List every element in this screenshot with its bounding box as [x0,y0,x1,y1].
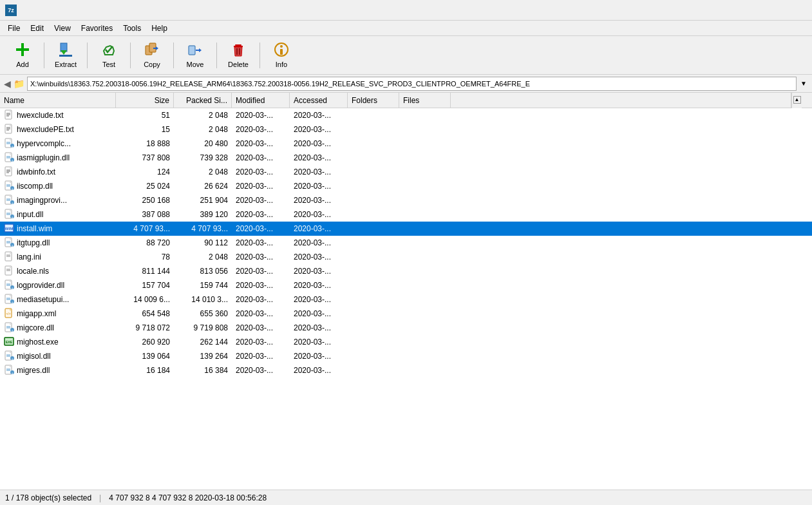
menu-item-view[interactable]: View [49,23,76,34]
file-size-cell: 250 168 [116,193,174,207]
file-folders-cell [348,349,399,363]
file-row[interactable]: idwbinfo.txt1242 0482020-03-...2020-03-.… [0,165,812,179]
file-row[interactable]: d iiscomp.dll25 02426 6242020-03-...2020… [0,179,812,193]
add-btn-label: Add [16,61,29,68]
maximize-button[interactable] [770,3,788,17]
file-size-cell: 14 009 6... [116,292,174,307]
svg-text:d: d [12,145,13,148]
file-size-cell: 124 [116,165,174,179]
file-accessed-cell: 2020-03-... [290,292,348,307]
col-header-modified[interactable]: Modified [232,93,290,108]
toolbar-btn-test[interactable]: Test [91,39,126,72]
menu-item-file[interactable]: File [3,23,25,34]
file-row[interactable]: WIM install.wim4 707 93...4 707 93...202… [0,222,812,236]
file-accessed-cell: 2020-03-... [290,165,348,179]
file-list-container: Name Size Packed Si... Modified Accessed… [0,93,812,490]
file-name-label: migres.dll [17,366,50,375]
file-icon: d [4,195,14,207]
file-name-cell: d mediasetupui... [0,292,116,307]
address-bar: ◀ 📁 ▼ [0,75,812,93]
file-packed-cell: 2 048 [174,250,232,264]
file-folders-cell [348,250,399,264]
file-row[interactable]: d itgtupg.dll88 72090 1122020-03-...2020… [0,236,812,250]
file-name-label: itgtupg.dll [17,238,50,247]
file-rest-cell [451,193,802,207]
extract-btn-label: Extract [55,61,77,68]
col-header-accessed[interactable]: Accessed [290,93,348,108]
minimize-button[interactable] [750,3,768,17]
file-row[interactable]: d mediasetupui...14 009 6...14 010 3...2… [0,292,812,307]
toolbar-btn-extract[interactable]: Extract [48,39,83,72]
file-packed-cell: 655 360 [174,307,232,321]
address-dropdown-icon[interactable]: ▼ [799,79,808,88]
file-icon: d [4,322,14,334]
file-accessed-cell: 2020-03-... [290,363,348,377]
file-row[interactable]: lang.ini782 0482020-03-...2020-03-... [0,250,812,264]
file-row[interactable]: d iasmigplugin.dll737 808739 3282020-03-… [0,151,812,165]
toolbar-btn-add[interactable]: Add [5,39,40,72]
toolbar-btn-info[interactable]: Info [264,39,299,72]
svg-rect-1 [16,48,29,51]
address-input[interactable] [27,77,797,91]
file-row[interactable]: d logprovider.dll157 704159 7442020-03-.… [0,278,812,292]
file-row[interactable]: d migcore.dll9 718 0729 719 8082020-03-.… [0,321,812,335]
file-packed-cell: 90 112 [174,236,232,250]
file-accessed-cell: 2020-03-... [290,122,348,137]
file-size-cell: 15 [116,122,174,137]
file-files-cell [399,222,451,236]
file-name-cell: WIM install.wim [0,222,116,236]
toolbar-separator-0 [44,43,44,68]
scroll-up-button[interactable]: ▲ [793,96,801,104]
file-name-cell: </> migapp.xml [0,307,116,321]
svg-rect-12 [235,44,241,46]
file-icon: WIM [4,223,14,235]
file-row[interactable]: d hypervcomplc...18 88820 4802020-03-...… [0,137,812,151]
file-folders-cell [348,264,399,278]
file-icon: d [4,294,14,306]
file-packed-cell: 389 120 [174,207,232,222]
file-row[interactable]: hwexclude.txt512 0482020-03-...2020-03-.… [0,108,812,122]
col-header-packed[interactable]: Packed Si... [174,93,232,108]
test-btn-label: Test [102,61,115,68]
file-folders-cell [348,321,399,335]
file-row[interactable]: EXE mighost.exe260 920262 1442020-03-...… [0,335,812,349]
move-btn-label: Move [187,61,204,68]
file-accessed-cell: 2020-03-... [290,307,348,321]
file-modified-cell: 2020-03-... [232,321,290,335]
svg-text:d: d [12,244,13,247]
file-name-cell: d logprovider.dll [0,278,116,292]
svg-text:d: d [12,187,13,191]
file-row[interactable]: d migres.dll16 18416 3842020-03-...2020-… [0,363,812,377]
toolbar-btn-delete[interactable]: Delete [221,39,256,72]
file-icon: d [4,152,14,164]
toolbar-btn-copy[interactable]: Copy [135,39,169,72]
file-row[interactable]: hwexcludePE.txt152 0482020-03-...2020-03… [0,122,812,137]
file-files-cell [399,335,451,349]
file-modified-cell: 2020-03-... [232,207,290,222]
copy-icon [144,42,160,59]
col-header-size[interactable]: Size [116,93,174,108]
file-modified-cell: 2020-03-... [232,335,290,349]
file-name-label: idwbinfo.txt [17,167,55,176]
file-row[interactable]: d input.dll387 088389 1202020-03-...2020… [0,207,812,222]
file-name-label: iasmigplugin.dll [17,153,70,162]
file-row[interactable]: </> migapp.xml654 548655 3602020-03-...2… [0,307,812,321]
file-row[interactable]: d imagingprovi...250 168251 9042020-03-.… [0,193,812,207]
col-header-files[interactable]: Files [399,93,451,108]
col-header-name[interactable]: Name [0,93,116,108]
close-button[interactable] [789,3,807,17]
file-rest-cell [451,363,802,377]
file-size-cell: 16 184 [116,363,174,377]
menu-item-edit[interactable]: Edit [25,23,49,34]
file-rows[interactable]: hwexclude.txt512 0482020-03-...2020-03-.… [0,108,812,490]
file-row[interactable]: locale.nls811 144813 0562020-03-...2020-… [0,264,812,278]
toolbar-btn-move[interactable]: Move [178,39,212,72]
menu-item-tools[interactable]: Tools [118,23,146,34]
menu-item-favorites[interactable]: Favorites [76,23,118,34]
file-row[interactable]: d migisol.dll139 064139 2642020-03-...20… [0,349,812,363]
svg-text:d: d [12,329,13,332]
menu-item-help[interactable]: Help [146,23,173,34]
file-packed-cell: 2 048 [174,108,232,122]
file-size-cell: 654 548 [116,307,174,321]
col-header-folders[interactable]: Folders [348,93,399,108]
